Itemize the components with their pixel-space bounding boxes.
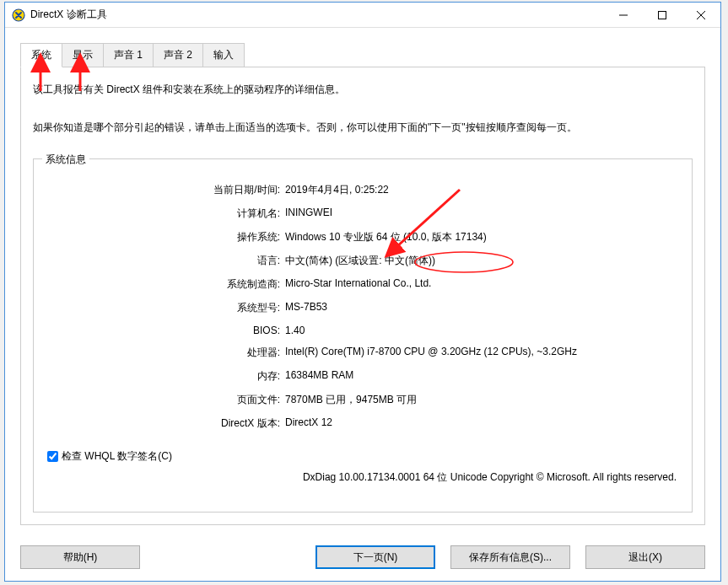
button-label: 退出(X) [628,550,662,565]
close-button[interactable] [682,3,720,28]
value: DirectX 12 [285,416,678,431]
label: 内存: [47,369,285,384]
label: 处理器: [47,346,285,360]
tab-sound1[interactable]: 声音 1 [103,43,154,67]
group-title: 系统信息 [42,153,89,167]
label: 当前日期/时间: [47,183,285,197]
titlebar-buttons [604,3,720,28]
row-language: 语言:中文(简体) (区域设置: 中文(简体)) [47,254,678,268]
row-computer-name: 计算机名:ININGWEI [47,207,678,221]
titlebar: DirectX 诊断工具 [5,3,720,28]
save-button[interactable]: 保存所有信息(S)... [450,545,570,569]
spacer [155,545,300,569]
window-title: DirectX 诊断工具 [30,8,604,22]
label: DirectX 版本: [47,416,285,431]
label: BIOS: [47,325,285,336]
row-memory: 内存:16384MB RAM [47,369,678,384]
maximize-button[interactable] [643,3,682,28]
button-label: 下一页(N) [353,550,398,565]
app-icon [12,8,25,22]
label: 操作系统: [47,230,285,244]
tab-input[interactable]: 输入 [202,43,245,67]
help-button[interactable]: 帮助(H) [20,545,140,569]
label: 语言: [47,254,285,268]
value: 7870MB 已用，9475MB 可用 [285,393,678,407]
info-rows: 当前日期/时间:2019年4月4日, 0:25:22 计算机名:ININGWEI… [47,183,678,431]
next-button[interactable]: 下一页(N) [315,545,435,569]
tab-label: 输入 [213,49,234,61]
row-os: 操作系统:Windows 10 专业版 64 位 (10.0, 版本 17134… [47,230,678,244]
button-row: 帮助(H) 下一页(N) 保存所有信息(S)... 退出(X) [5,535,720,581]
button-label: 保存所有信息(S)... [469,550,552,565]
tab-label: 声音 2 [164,49,192,61]
value: Micro-Star International Co., Ltd. [285,277,678,292]
label: 系统型号: [47,301,285,315]
whql-label: 检查 WHQL 数字签名(C) [62,449,172,464]
tab-strip: 系统 显示 声音 1 声音 2 输入 [20,43,705,67]
button-label: 帮助(H) [63,550,98,565]
row-model: 系统型号:MS-7B53 [47,301,678,315]
minimize-button[interactable] [604,3,643,28]
row-pagefile: 页面文件:7870MB 已用，9475MB 可用 [47,393,678,407]
svg-rect-2 [659,11,666,19]
value: 中文(简体) (区域设置: 中文(简体)) [285,254,678,268]
content-area: 系统 显示 声音 1 声音 2 输入 该工具报告有关 DirectX 组件和安装… [5,28,720,535]
label: 系统制造商: [47,277,285,292]
tab-sound2[interactable]: 声音 2 [153,43,203,67]
tab-display[interactable]: 显示 [62,43,104,67]
intro-text-2: 如果你知道是哪个部分引起的错误，请单击上面适当的选项卡。否则，你可以使用下面的"… [33,121,693,135]
value: MS-7B53 [285,301,678,315]
intro-text-1: 该工具报告有关 DirectX 组件和安装在系统上的驱动程序的详细信息。 [33,83,693,97]
label: 页面文件: [47,393,285,407]
tab-label: 系统 [31,49,51,61]
value: 16384MB RAM [285,369,678,384]
value: ININGWEI [285,207,678,221]
whql-checkbox[interactable] [47,451,58,462]
value: 2019年4月4日, 0:25:22 [285,183,678,197]
exit-button[interactable]: 退出(X) [585,545,705,569]
system-info-group: 系统信息 当前日期/时间:2019年4月4日, 0:25:22 计算机名:INI… [33,158,693,513]
tab-panel: 该工具报告有关 DirectX 组件和安装在系统上的驱动程序的详细信息。 如果你… [20,67,705,525]
row-manufacturer: 系统制造商:Micro-Star International Co., Ltd. [47,277,678,292]
whql-checkbox-row: 检查 WHQL 数字签名(C) [47,449,678,464]
label: 计算机名: [47,207,285,221]
copyright-footer: DxDiag 10.00.17134.0001 64 位 Unicode Cop… [47,470,678,485]
tab-label: 显示 [73,49,93,61]
row-processor: 处理器:Intel(R) Core(TM) i7-8700 CPU @ 3.20… [47,346,678,360]
row-bios: BIOS:1.40 [47,325,678,336]
value: 1.40 [285,325,678,336]
value: Windows 10 专业版 64 位 (10.0, 版本 17134) [285,230,678,244]
dxdiag-window: DirectX 诊断工具 系统 显示 声音 1 声音 2 输入 该工具报告有关 … [4,2,721,582]
value: Intel(R) Core(TM) i7-8700 CPU @ 3.20GHz … [285,346,678,360]
row-directx: DirectX 版本:DirectX 12 [47,416,678,431]
row-datetime: 当前日期/时间:2019年4月4日, 0:25:22 [47,183,678,197]
tab-label: 声音 1 [114,49,143,61]
tab-system[interactable]: 系统 [20,43,62,67]
